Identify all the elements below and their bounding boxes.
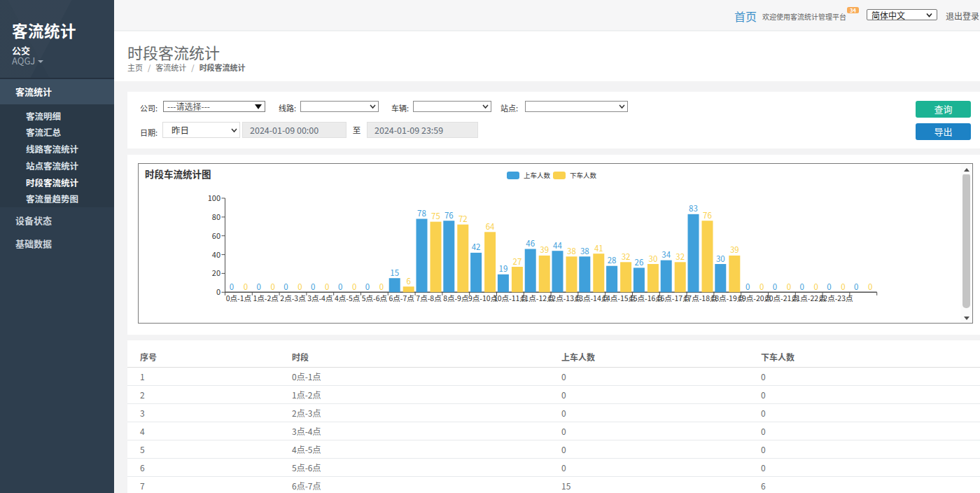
svg-text:19: 19 [499,263,508,274]
svg-text:8点-9点: 8点-9点 [443,293,468,303]
svg-text:0: 0 [271,281,275,292]
svg-text:38: 38 [580,245,589,256]
svg-text:5点-6点: 5点-6点 [362,293,387,303]
svg-text:76: 76 [444,209,454,221]
svg-text:75: 75 [431,210,440,221]
svg-text:2点-3点: 2点-3点 [280,293,305,303]
svg-text:100: 100 [208,192,220,203]
svg-text:30: 30 [649,253,658,264]
svg-text:0: 0 [787,281,791,292]
svg-text:0: 0 [325,281,329,292]
svg-text:0: 0 [365,281,370,292]
svg-text:83: 83 [689,202,698,214]
svg-text:0: 0 [244,281,248,292]
svg-text:34: 34 [662,249,671,260]
svg-text:上车人数: 上车人数 [524,170,551,180]
svg-text:0: 0 [379,281,384,292]
svg-text:6: 6 [407,275,411,286]
svg-text:4点-5点: 4点-5点 [335,293,360,303]
svg-text:40: 40 [212,249,220,260]
svg-text:0: 0 [800,281,804,292]
svg-text:0: 0 [868,281,872,292]
svg-text:42: 42 [472,241,481,252]
svg-text:下车人数: 下车人数 [570,170,597,180]
svg-text:3点-4点: 3点-4点 [307,293,332,303]
svg-text:80: 80 [212,211,220,222]
svg-text:时段车流统计图: 时段车流统计图 [145,167,211,181]
svg-text:0: 0 [760,281,764,292]
svg-text:0: 0 [230,281,234,292]
svg-text:0: 0 [284,281,288,292]
svg-text:0: 0 [311,281,315,292]
svg-text:60: 60 [212,230,220,241]
svg-text:0: 0 [298,281,302,292]
svg-text:28: 28 [608,254,617,265]
svg-text:0: 0 [352,281,356,292]
svg-text:64: 64 [486,221,495,232]
svg-text:0: 0 [746,281,750,292]
svg-text:0: 0 [216,286,220,297]
svg-text:39: 39 [730,244,739,255]
svg-text:22点-23点: 22点-23点 [820,293,853,303]
svg-text:78: 78 [417,207,426,218]
svg-text:38: 38 [567,245,576,256]
svg-text:32: 32 [622,251,631,262]
svg-text:6点-7点: 6点-7点 [389,293,414,303]
svg-text:72: 72 [458,213,468,224]
svg-text:15: 15 [390,267,399,278]
svg-text:26: 26 [635,256,644,268]
svg-text:7点-8点: 7点-8点 [416,293,441,303]
svg-text:32: 32 [676,251,685,262]
svg-text:0: 0 [773,281,777,292]
svg-text:20: 20 [212,267,220,278]
svg-text:46: 46 [526,237,535,249]
svg-text:27: 27 [513,256,522,267]
svg-text:39: 39 [540,244,549,255]
svg-text:44: 44 [553,239,562,251]
svg-text:0: 0 [257,281,261,292]
svg-text:41: 41 [594,242,603,254]
svg-text:0: 0 [827,281,831,292]
svg-text:76: 76 [703,209,712,221]
svg-text:0点-1点: 0点-1点 [226,293,251,303]
svg-text:30: 30 [716,253,725,264]
svg-text:0: 0 [338,281,342,292]
svg-text:1点-2点: 1点-2点 [253,293,279,303]
svg-text:0: 0 [854,281,858,292]
svg-text:0: 0 [814,281,818,292]
svg-text:0: 0 [841,281,845,292]
